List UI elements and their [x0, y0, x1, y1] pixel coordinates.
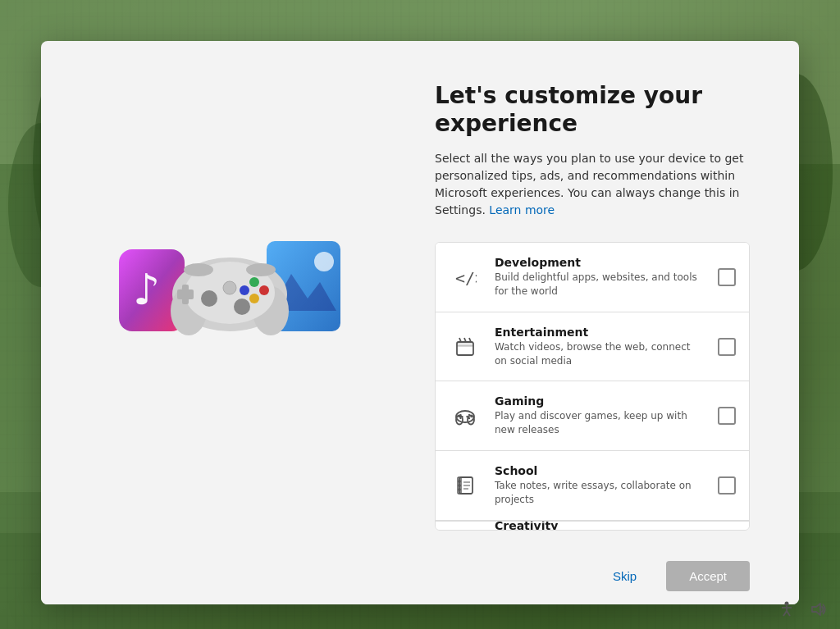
- gamepad-icon: [449, 399, 482, 432]
- illustration: ♪: [107, 212, 353, 376]
- option-entertainment[interactable]: Entertainment Watch videos, browse the w…: [436, 312, 749, 382]
- taskbar-icons: [778, 600, 827, 622]
- gaming-desc: Play and discover games, keep up with ne…: [495, 409, 705, 437]
- entertainment-text: Entertainment Watch videos, browse the w…: [482, 326, 718, 368]
- svg-point-17: [249, 277, 259, 287]
- svg-point-43: [466, 416, 468, 417]
- svg-point-21: [184, 263, 213, 276]
- svg-line-57: [787, 611, 790, 616]
- film-icon: [449, 330, 482, 363]
- gaming-checkbox[interactable]: [718, 407, 736, 425]
- dialog-footer: Skip Accept: [41, 547, 799, 604]
- svg-point-22: [246, 263, 276, 276]
- svg-point-19: [240, 285, 249, 295]
- dialog-container: ♪: [41, 41, 799, 604]
- right-panel: Let's customize your experience Select a…: [418, 41, 799, 547]
- page-description: Select all the ways you plan to use your…: [435, 150, 750, 219]
- gaming-title: Gaming: [495, 394, 705, 408]
- volume-icon[interactable]: [809, 600, 827, 622]
- svg-text:</>: </>: [455, 268, 477, 288]
- svg-rect-40: [459, 416, 463, 417]
- entertainment-desc: Watch videos, browse the web, connect on…: [495, 340, 705, 368]
- development-text: Development Build delightful apps, websi…: [482, 256, 718, 299]
- option-gaming[interactable]: Gaming Play and discover games, keep up …: [436, 381, 749, 451]
- option-school[interactable]: School Take notes, write essays, collabo…: [436, 451, 749, 521]
- svg-point-42: [470, 416, 472, 417]
- creativity-partial-title: Creativity: [495, 521, 558, 530]
- gaming-text: Gaming Play and discover games, keep up …: [482, 394, 718, 437]
- svg-point-44: [468, 417, 470, 419]
- notebook-icon: [449, 469, 482, 502]
- option-development[interactable]: </> Development Build delightful apps, w…: [436, 243, 749, 312]
- svg-rect-16: [177, 289, 194, 299]
- svg-point-23: [223, 281, 236, 294]
- school-desc: Take notes, write essays, collaborate on…: [495, 479, 705, 507]
- accessibility-icon[interactable]: [778, 600, 796, 622]
- school-title: School: [495, 464, 705, 477]
- svg-text:♪: ♪: [133, 265, 160, 314]
- svg-point-25: [234, 299, 250, 315]
- development-title: Development: [495, 256, 705, 269]
- svg-rect-31: [457, 342, 473, 346]
- illustration-panel: ♪: [41, 41, 418, 547]
- svg-point-18: [259, 285, 269, 295]
- svg-point-24: [201, 290, 217, 307]
- svg-point-20: [249, 294, 259, 303]
- svg-point-41: [468, 414, 470, 416]
- skip-button[interactable]: Skip: [596, 561, 653, 591]
- school-text: School Take notes, write essays, collabo…: [482, 464, 718, 507]
- svg-point-28: [314, 252, 334, 271]
- option-creativity-partial[interactable]: Creativity: [436, 521, 749, 530]
- svg-point-53: [785, 602, 789, 606]
- description-text: Select all the ways you plan to use your…: [435, 152, 743, 217]
- svg-marker-58: [812, 604, 820, 615]
- accept-button[interactable]: Accept: [666, 561, 750, 591]
- controller-icon: [164, 229, 295, 344]
- options-list: </> Development Build delightful apps, w…: [435, 242, 750, 531]
- development-desc: Build delightful apps, websites, and too…: [495, 271, 705, 299]
- svg-line-56: [783, 611, 787, 616]
- page-title: Let's customize your experience: [435, 82, 750, 137]
- school-checkbox[interactable]: [718, 476, 736, 495]
- entertainment-title: Entertainment: [495, 326, 705, 339]
- development-checkbox[interactable]: [718, 268, 736, 286]
- learn-more-link[interactable]: Learn more: [489, 203, 555, 217]
- entertainment-checkbox[interactable]: [718, 338, 736, 356]
- code-icon: </>: [449, 261, 482, 294]
